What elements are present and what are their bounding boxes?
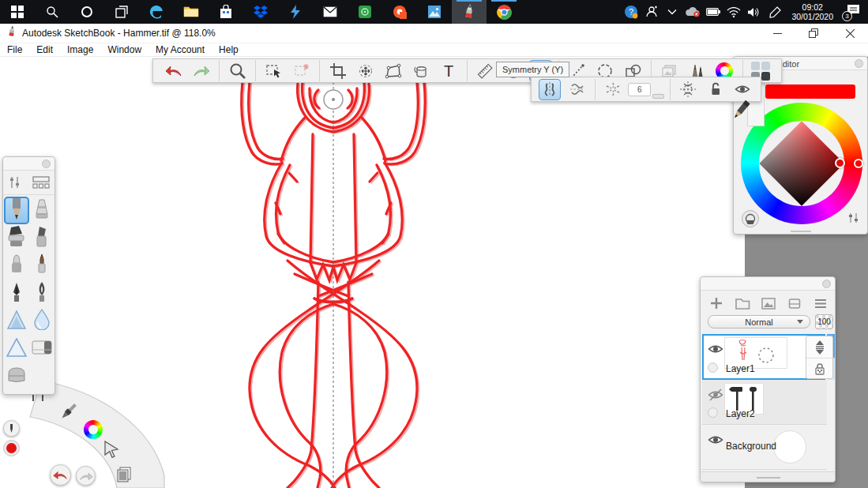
menu-help[interactable]: Help	[212, 44, 246, 55]
tray-battery-icon[interactable]	[705, 2, 722, 22]
tray-wifi-icon[interactable]	[725, 2, 742, 22]
cursor-icon[interactable]	[103, 441, 120, 461]
tray-onedrive-offline-icon[interactable]	[684, 2, 701, 22]
taskbar-file-explorer-button[interactable]	[174, 0, 209, 24]
lock-open-button[interactable]	[704, 79, 726, 100]
menu-file[interactable]: File	[0, 44, 29, 55]
panel-resize-grip[interactable]	[791, 231, 811, 232]
distort-tool-button[interactable]	[382, 60, 405, 81]
sections-slider-handle[interactable]	[652, 94, 664, 99]
layer-visible-eye-icon[interactable]	[707, 431, 724, 452]
taskbar-cortana-button[interactable]	[70, 0, 104, 24]
menu-edit[interactable]: Edit	[29, 44, 60, 55]
color-sliders-icon[interactable]	[848, 212, 861, 227]
brush-flame-nib[interactable]	[29, 280, 54, 307]
brush-library-grid-icon[interactable]	[32, 176, 50, 192]
taskbar-dropbox-button[interactable]	[243, 0, 278, 24]
add-layer-button[interactable]	[706, 294, 727, 313]
symmetry-y-button[interactable]	[539, 79, 561, 100]
select-tool-button[interactable]	[262, 60, 285, 81]
background-color-swatch[interactable]	[773, 430, 806, 464]
panel-collapse-circle[interactable]	[42, 160, 51, 168]
brush-marker[interactable]	[4, 224, 29, 252]
crop-tool-button[interactable]	[326, 60, 349, 81]
layers-icon[interactable]	[115, 466, 133, 486]
layer-color-tag[interactable]	[708, 407, 718, 418]
blend-mode-select[interactable]: Normal	[708, 315, 810, 328]
layer-hidden-eye-icon[interactable]	[707, 386, 724, 407]
layer-color-tag[interactable]	[708, 362, 718, 373]
deselect-tool-button[interactable]	[290, 60, 313, 81]
brush-water-drop[interactable]	[29, 307, 54, 335]
taskbar-mail-button[interactable]	[313, 0, 348, 24]
tray-pen-icon[interactable]	[766, 2, 783, 22]
layer-menu-arrows-icon[interactable]	[814, 340, 826, 358]
taskbar-clock[interactable]: 09:02 30/01/2020	[787, 2, 838, 21]
tray-volume-icon[interactable]	[746, 2, 763, 22]
ruler-tool-button[interactable]	[474, 60, 497, 81]
layer-visible-eye-icon[interactable]	[707, 340, 724, 361]
undo-tool-button[interactable]	[162, 60, 185, 81]
transform-tool-button[interactable]	[354, 60, 377, 81]
tray-help-icon[interactable]: ?	[622, 2, 640, 22]
minimize-button[interactable]	[759, 24, 795, 43]
layers-menu-button[interactable]	[810, 294, 831, 313]
mini-brush-puck[interactable]	[3, 420, 20, 437]
redo-tool-button[interactable]	[190, 60, 212, 81]
taskbar-lightning-app-button[interactable]	[278, 0, 313, 24]
layers-panel-header[interactable]	[701, 277, 835, 291]
panel-collapse-circle[interactable]	[822, 280, 831, 288]
taskbar-microsoft-store-button[interactable]	[209, 0, 243, 24]
menu-window[interactable]: Window	[100, 44, 148, 55]
current-color-puck[interactable]	[3, 440, 20, 456]
layer-group-button[interactable]	[732, 294, 753, 313]
drawing-canvas[interactable]	[0, 57, 745, 488]
clear-layer-button[interactable]	[784, 294, 805, 313]
undo-button[interactable]	[50, 464, 71, 486]
move-symmetry-button[interactable]	[677, 79, 699, 100]
brush-icon[interactable]	[58, 401, 79, 425]
taskbar-search-button[interactable]	[35, 0, 70, 24]
symmetry-radial-button[interactable]	[602, 79, 624, 100]
tray-people-icon[interactable]	[643, 2, 660, 22]
taskbar-task-view-button[interactable]	[104, 0, 139, 24]
brush-soft-airbrush[interactable]	[4, 307, 29, 335]
taskbar-sketchbook-button[interactable]	[452, 0, 487, 24]
taskbar-photos-button[interactable]	[417, 0, 452, 24]
taskbar-edge-button[interactable]	[139, 0, 174, 24]
brush-triangle-outline[interactable]	[4, 335, 29, 362]
panel-resize-grip[interactable]	[757, 477, 780, 479]
fill-tool-button[interactable]	[410, 60, 433, 81]
taskbar-chrome-button[interactable]	[487, 0, 521, 24]
brush-settings-icon[interactable]	[8, 175, 22, 193]
brush-pencil[interactable]	[4, 197, 29, 224]
brush-chisel-marker[interactable]	[29, 224, 54, 252]
action-center-button[interactable]: 3	[841, 2, 865, 22]
brush-paintbrush[interactable]	[29, 252, 54, 280]
symmetry-sections-field[interactable]: 6	[628, 83, 651, 96]
symmetry-x-button[interactable]	[566, 79, 588, 100]
saturation-selector[interactable]	[835, 158, 845, 168]
current-color-swatch[interactable]	[765, 84, 855, 99]
import-image-button[interactable]	[758, 294, 779, 313]
taskbar-green-app-button[interactable]	[348, 0, 382, 24]
color-wheel-icon[interactable]	[84, 420, 103, 439]
brush-panel-header[interactable]	[3, 157, 54, 171]
brush-ink-pen[interactable]	[4, 280, 29, 307]
redo-button[interactable]	[76, 466, 96, 486]
layer-opacity-field[interactable]: 100	[815, 314, 833, 329]
tray-chevron-down-icon[interactable]	[663, 2, 681, 22]
close-button[interactable]	[832, 24, 868, 43]
layer-row-background[interactable]: Background	[702, 425, 827, 470]
taskbar-origin-button[interactable]	[382, 0, 417, 24]
brush-smooth-nib[interactable]	[4, 252, 29, 280]
layer-lock-icon[interactable]	[814, 362, 825, 379]
restore-button[interactable]	[795, 24, 832, 43]
layer-row-layer2[interactable]: Layer2	[702, 380, 827, 425]
symmetry-axis-handle[interactable]	[324, 90, 343, 109]
hue-selector[interactable]	[854, 159, 863, 168]
color-puck-icon[interactable]	[742, 210, 759, 227]
text-tool-button[interactable]: T	[438, 60, 460, 81]
menu-my-account[interactable]: My Account	[148, 44, 212, 55]
menu-image[interactable]: Image	[60, 44, 100, 55]
